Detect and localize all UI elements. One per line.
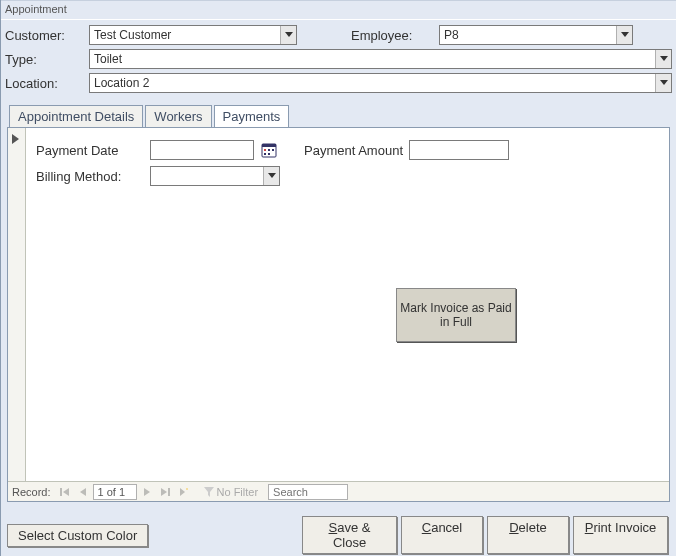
customer-value: Test Customer — [90, 27, 280, 43]
last-record-icon[interactable] — [157, 484, 173, 500]
first-record-icon[interactable] — [57, 484, 73, 500]
search-input[interactable] — [268, 484, 348, 500]
record-label: Record: — [12, 486, 51, 498]
save-close-button[interactable]: Save & Close — [302, 516, 397, 554]
tab-appointment-details[interactable]: Appointment Details — [9, 105, 143, 128]
header-form: Customer: Test Customer Employee: P8 Typ… — [1, 19, 676, 98]
chevron-down-icon[interactable] — [655, 74, 671, 92]
payments-panel: Payment Date Pa — [7, 127, 670, 502]
customer-combo[interactable]: Test Customer — [89, 25, 297, 45]
chevron-down-icon[interactable] — [655, 50, 671, 68]
record-position[interactable]: 1 of 1 — [93, 484, 137, 500]
tab-payments[interactable]: Payments — [214, 105, 290, 129]
svg-rect-1 — [262, 144, 276, 147]
location-label: Location: — [5, 76, 81, 91]
employee-combo[interactable]: P8 — [439, 25, 633, 45]
employee-label: Employee: — [343, 28, 431, 43]
type-combo[interactable]: Toilet — [89, 49, 672, 69]
no-filter-text: No Filter — [217, 486, 259, 498]
window-title: Appointment — [1, 0, 676, 19]
footer-bar: Select Custom Color Save & Close Cancel … — [1, 512, 676, 556]
billing-method-value — [151, 175, 263, 177]
location-combo[interactable]: Location 2 — [89, 73, 672, 93]
new-record-icon[interactable] — [175, 484, 191, 500]
type-value: Toilet — [90, 51, 655, 67]
billing-method-combo[interactable] — [150, 166, 280, 186]
chevron-down-icon[interactable] — [263, 167, 279, 185]
employee-value: P8 — [440, 27, 616, 43]
billing-method-label: Billing Method: — [36, 169, 144, 184]
svg-rect-4 — [272, 149, 274, 151]
no-filter-indicator[interactable]: No Filter — [199, 486, 263, 498]
payment-amount-input[interactable] — [409, 140, 509, 160]
cancel-button[interactable]: Cancel — [401, 516, 483, 554]
payment-date-label: Payment Date — [36, 143, 144, 158]
payments-form: Payment Date Pa — [28, 136, 669, 196]
delete-button[interactable]: Delete — [487, 516, 569, 554]
mark-invoice-paid-button[interactable]: Mark Invoice as Paid in Full — [396, 288, 516, 342]
payment-amount-label: Payment Amount — [304, 143, 403, 158]
svg-rect-2 — [264, 149, 266, 151]
record-navigation: Record: 1 of 1 No — [8, 481, 669, 501]
tab-workers[interactable]: Workers — [145, 105, 211, 128]
payment-date-input[interactable] — [150, 140, 254, 160]
customer-label: Customer: — [5, 28, 81, 43]
svg-rect-3 — [268, 149, 270, 151]
location-value: Location 2 — [90, 75, 655, 91]
tab-strip: Appointment Details Workers Payments — [7, 104, 670, 128]
select-custom-color-button[interactable]: Select Custom Color — [7, 524, 148, 547]
calendar-icon[interactable] — [260, 141, 278, 159]
next-record-icon[interactable] — [139, 484, 155, 500]
type-label: Type: — [5, 52, 81, 67]
svg-rect-6 — [268, 153, 270, 155]
svg-rect-8 — [168, 488, 170, 496]
tabs-area: Appointment Details Workers Payments Pay… — [1, 98, 676, 512]
appointment-window: Appointment Customer: Test Customer Empl… — [0, 0, 676, 556]
svg-rect-7 — [60, 488, 62, 496]
chevron-down-icon[interactable] — [616, 26, 632, 44]
chevron-down-icon[interactable] — [280, 26, 296, 44]
svg-rect-5 — [264, 153, 266, 155]
print-invoice-button[interactable]: Print Invoice — [573, 516, 668, 554]
record-selector[interactable] — [8, 128, 26, 481]
prev-record-icon[interactable] — [75, 484, 91, 500]
